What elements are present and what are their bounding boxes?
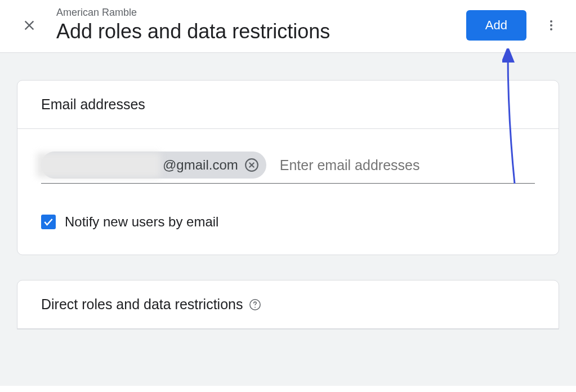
more-menu-button[interactable] xyxy=(540,14,562,37)
notify-checkbox[interactable] xyxy=(41,215,56,229)
header-text-block: American Ramble Add roles and data restr… xyxy=(56,7,466,43)
email-chip[interactable]: @gmail.com xyxy=(41,152,266,179)
svg-point-1 xyxy=(550,24,552,26)
add-button[interactable]: Add xyxy=(466,10,526,41)
chip-redacted-name xyxy=(37,153,160,177)
dialog-header: American Ramble Add roles and data restr… xyxy=(0,0,576,53)
body-content: Email addresses @gmail.com Notify new us… xyxy=(0,53,576,386)
chip-remove-button[interactable] xyxy=(244,157,260,173)
notify-checkbox-label: Notify new users by email xyxy=(65,214,218,230)
svg-point-2 xyxy=(550,28,552,30)
cancel-circle-icon xyxy=(244,158,259,172)
more-vert-icon xyxy=(544,19,558,32)
breadcrumb: American Ramble xyxy=(56,7,466,19)
chip-domain-text: @gmail.com xyxy=(163,157,238,173)
email-input-row[interactable]: @gmail.com xyxy=(41,152,535,184)
svg-point-0 xyxy=(550,20,552,23)
close-button[interactable] xyxy=(16,12,43,39)
help-icon[interactable] xyxy=(248,298,262,311)
email-input[interactable] xyxy=(280,157,535,173)
close-icon xyxy=(21,17,37,33)
email-card-body: @gmail.com Notify new users by email xyxy=(17,129,559,255)
notify-checkbox-row: Notify new users by email xyxy=(41,214,535,230)
roles-card-header: Direct roles and data restrictions xyxy=(17,280,559,329)
email-addresses-card: Email addresses @gmail.com Notify new us… xyxy=(17,80,559,255)
email-card-header: Email addresses xyxy=(17,81,559,129)
roles-card: Direct roles and data restrictions xyxy=(17,280,559,329)
svg-point-5 xyxy=(255,306,256,308)
checkmark-icon xyxy=(43,216,54,228)
question-circle-icon xyxy=(249,299,261,311)
roles-header-text: Direct roles and data restrictions xyxy=(41,296,243,313)
page-title: Add roles and data restrictions xyxy=(56,20,466,43)
